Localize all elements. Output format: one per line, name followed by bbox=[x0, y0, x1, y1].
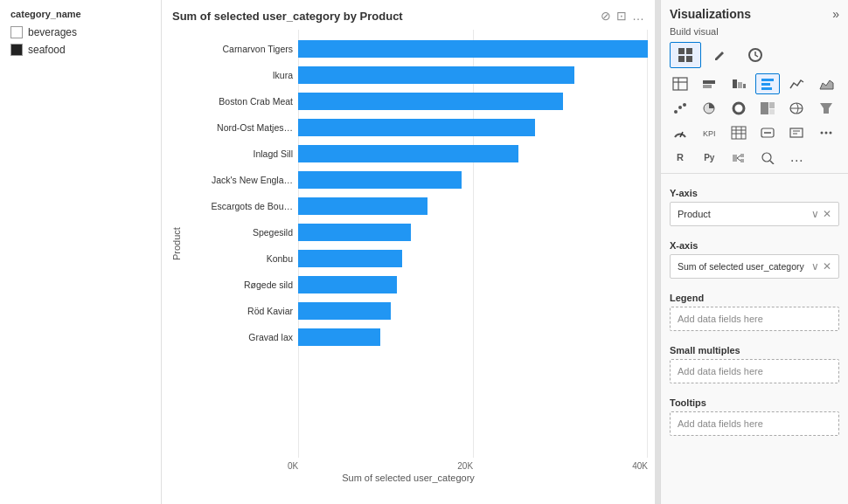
viz-icon-kpi[interactable]: KPI bbox=[697, 122, 721, 143]
viz-icon-r[interactable]: R bbox=[668, 147, 692, 168]
bar-fill bbox=[298, 224, 411, 241]
bar-fill bbox=[298, 302, 391, 320]
viz-icon-more[interactable] bbox=[814, 122, 838, 143]
viz-icon-table[interactable] bbox=[668, 73, 692, 94]
y-axis-remove-icon[interactable]: ✕ bbox=[823, 208, 831, 220]
x-axis-remove-icon[interactable]: ✕ bbox=[823, 260, 831, 273]
viz-tab-build[interactable] bbox=[670, 42, 701, 68]
viz-icon-card[interactable] bbox=[755, 122, 780, 143]
viz-expand-icon[interactable]: » bbox=[832, 7, 839, 21]
bar-track[interactable] bbox=[298, 276, 648, 293]
x-axis-field-box[interactable]: Sum of selected user_category ∨ ✕ bbox=[670, 254, 839, 279]
svg-rect-24 bbox=[769, 102, 775, 108]
viz-icons-grid-4: R Py … bbox=[661, 145, 848, 169]
tooltips-field-box[interactable]: Add data fields here bbox=[670, 411, 839, 436]
expand-icon[interactable]: ⊡ bbox=[616, 9, 627, 23]
viz-icon-line-chart[interactable] bbox=[784, 73, 809, 94]
x-axis-label: Sum of selected user_category bbox=[169, 473, 648, 483]
bar-track[interactable] bbox=[298, 328, 648, 346]
bar-label: Røgede sild bbox=[184, 280, 298, 290]
small-multiples-field-box[interactable]: Add data fields here bbox=[670, 359, 839, 383]
bar-label: Konbu bbox=[184, 253, 298, 264]
bar-track[interactable] bbox=[298, 145, 648, 162]
x-axis-ticks: 0K 20K 40K bbox=[169, 461, 648, 471]
bar-track[interactable] bbox=[298, 66, 648, 84]
svg-point-42 bbox=[824, 132, 827, 135]
viz-icon-pie[interactable] bbox=[697, 98, 721, 119]
viz-icon-scatter[interactable] bbox=[668, 98, 692, 119]
svg-rect-5 bbox=[673, 78, 687, 90]
x-tick-1: 20K bbox=[457, 461, 473, 471]
bar-row: Konbu bbox=[184, 246, 648, 271]
bar-fill bbox=[298, 40, 648, 58]
viz-legend-section: Legend Add data fields here bbox=[661, 282, 848, 335]
viz-tab-format[interactable] bbox=[705, 42, 736, 68]
bar-label: Inlagd Sill bbox=[184, 148, 298, 159]
filter-icon[interactable]: ⊘ bbox=[601, 9, 611, 23]
viz-icon-decomp[interactable] bbox=[726, 147, 751, 168]
viz-icon-custom[interactable]: … bbox=[784, 147, 809, 168]
viz-icon-map[interactable] bbox=[784, 98, 809, 119]
bar-track[interactable] bbox=[298, 171, 648, 189]
panel-divider[interactable] bbox=[655, 0, 660, 504]
viz-tooltips-section: Tooltips Add data fields here bbox=[661, 387, 848, 439]
viz-icon-treemap[interactable] bbox=[755, 98, 780, 119]
bar-track[interactable] bbox=[298, 197, 648, 215]
x-tick-2: 40K bbox=[632, 461, 648, 471]
bar-track[interactable] bbox=[298, 40, 648, 58]
viz-icon-slicer[interactable] bbox=[784, 122, 809, 143]
bar-track[interactable] bbox=[298, 224, 648, 241]
svg-rect-23 bbox=[761, 102, 768, 114]
svg-rect-48 bbox=[740, 159, 744, 162]
bar-fill bbox=[298, 250, 402, 267]
x-axis-chevron-icon[interactable]: ∨ bbox=[811, 260, 819, 273]
bars-section: Carnarvon TigersIkuraBoston Crab MeatNor… bbox=[184, 30, 648, 458]
viz-icons-grid-2 bbox=[661, 96, 848, 121]
bar-track[interactable] bbox=[298, 93, 648, 110]
bar-row: Escargots de Bou… bbox=[184, 194, 648, 218]
y-axis-field-label: Y-axis bbox=[670, 188, 839, 198]
bar-track[interactable] bbox=[298, 302, 648, 320]
legend-field-box[interactable]: Add data fields here bbox=[670, 307, 839, 331]
legend-item-seafood: seafood bbox=[10, 44, 150, 56]
viz-icon-donut[interactable] bbox=[726, 98, 751, 119]
bar-label: Röd Kaviar bbox=[184, 306, 298, 316]
viz-icon-funnel[interactable] bbox=[814, 98, 838, 119]
viz-icon-gauge[interactable] bbox=[668, 122, 692, 143]
y-axis-field-box[interactable]: Product ∨ ✕ bbox=[670, 202, 839, 226]
svg-rect-44 bbox=[733, 155, 737, 162]
viz-icon-bar-chart-active[interactable] bbox=[755, 73, 780, 94]
y-axis-chevron-icon[interactable]: ∨ bbox=[811, 208, 819, 220]
svg-rect-2 bbox=[678, 56, 685, 62]
svg-rect-14 bbox=[761, 83, 770, 86]
chart-toolbar: ⊘ ⊡ … bbox=[601, 9, 644, 23]
svg-rect-8 bbox=[703, 80, 715, 84]
legend-label-seafood: seafood bbox=[28, 44, 66, 56]
viz-icon-stacked-bar[interactable] bbox=[697, 73, 721, 94]
svg-text:KPI: KPI bbox=[703, 129, 716, 138]
viz-icon-area-chart[interactable] bbox=[814, 73, 838, 94]
more-options-icon[interactable]: … bbox=[632, 9, 644, 23]
y-axis-field-icons: ∨ ✕ bbox=[811, 208, 831, 220]
legend-panel: category_name beverages seafood bbox=[0, 0, 162, 504]
viz-icon-qa[interactable] bbox=[755, 147, 780, 168]
svg-point-17 bbox=[674, 110, 678, 114]
x-axis-field-icons: ∨ ✕ bbox=[811, 260, 831, 273]
viz-icon-clustered-bar[interactable] bbox=[726, 73, 751, 94]
viz-icon-matrix[interactable] bbox=[726, 122, 751, 143]
svg-rect-25 bbox=[769, 109, 775, 114]
viz-xaxis-section: X-axis Sum of selected user_category ∨ ✕ bbox=[661, 230, 848, 282]
chart-title: Sum of selected user_category by Product bbox=[172, 10, 403, 23]
svg-point-22 bbox=[736, 106, 741, 111]
bar-track[interactable] bbox=[298, 250, 648, 267]
bar-track[interactable] bbox=[298, 119, 648, 136]
legend-title: category_name bbox=[10, 9, 150, 19]
bar-label: Nord-Ost Matjes… bbox=[184, 122, 298, 133]
legend-color-seafood bbox=[10, 44, 23, 56]
legend-field-placeholder: Add data fields here bbox=[678, 314, 763, 324]
viz-icon-py[interactable]: Py bbox=[697, 147, 721, 168]
small-multiples-field-placeholder: Add data fields here bbox=[678, 366, 763, 376]
viz-tab-analytics[interactable] bbox=[740, 42, 771, 68]
bar-fill bbox=[298, 197, 427, 215]
viz-yaxis-section: Y-axis Product ∨ ✕ bbox=[661, 177, 848, 230]
